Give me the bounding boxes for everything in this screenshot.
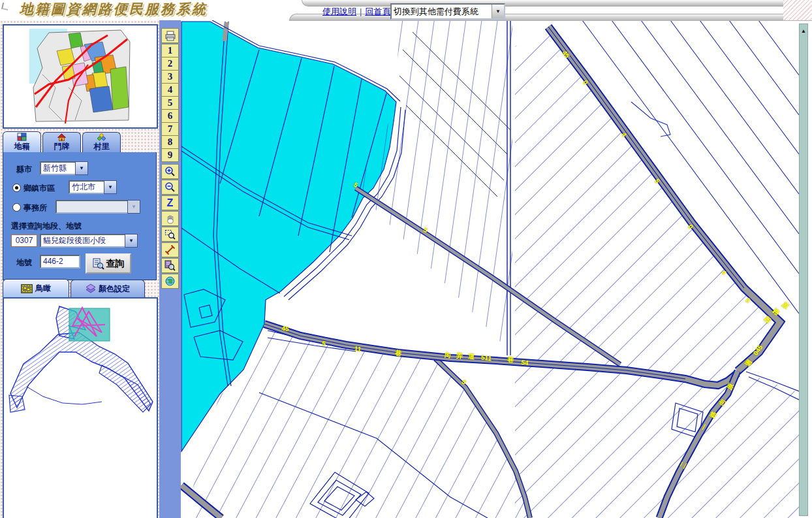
print-button[interactable] <box>161 28 179 43</box>
tab-house-number[interactable]: 門牌 <box>42 132 81 152</box>
globe-icon <box>164 276 176 287</box>
village-icon <box>96 133 107 141</box>
system-switch-value: 切換到其他需付費系統 <box>392 5 492 18</box>
scroll-up-arrow-icon[interactable]: ▲ <box>800 28 807 35</box>
query-button-label: 查詢 <box>106 258 125 270</box>
full-extent-button[interactable] <box>161 274 179 289</box>
page-title: 地籍圖資網路便民服務系統 <box>20 0 208 18</box>
tab-house-number-label: 門牌 <box>54 141 70 152</box>
section-code-box[interactable]: 0307 <box>11 235 37 247</box>
zoom-level-1-button[interactable]: 1 <box>161 44 179 57</box>
zoom-level-4-button[interactable]: 4 <box>161 83 179 97</box>
zoom-in-button[interactable] <box>161 164 179 179</box>
map-viewport[interactable]: 45 5 11 巷 向 弄 道 511 巷 54 5 5 5 45 0 4 5 … <box>181 20 812 518</box>
zoom-level-5-button[interactable]: 5 <box>161 96 179 110</box>
tab-village[interactable]: 村里 <box>82 132 121 152</box>
query-button[interactable]: 查詢 <box>86 253 131 274</box>
section-dropdown-arrow-icon[interactable]: ▼ <box>125 234 138 248</box>
zoom-window-icon <box>164 229 176 240</box>
select-dropdown-arrow-icon[interactable]: ▼ <box>492 5 504 18</box>
overview-wireframe <box>4 299 154 515</box>
zoom-scale-button[interactable]: Z <box>161 195 179 210</box>
zoom-window-button[interactable] <box>161 227 179 242</box>
road-label: 向 <box>444 350 452 360</box>
road-label: 道 <box>467 351 475 361</box>
tab-bird-eye-label: 鳥瞰 <box>35 283 51 294</box>
road-label: 巷 <box>394 348 402 358</box>
app-root: 地籍圖資網路便民服務系統 使用說明|回首頁 切換到其他需付費系統 ▼ <box>0 0 812 518</box>
tab-color-settings-label: 顏色設定 <box>99 283 130 295</box>
county-label: 縣市 <box>16 164 32 175</box>
region-overview-map[interactable] <box>3 24 158 129</box>
measure-button[interactable] <box>161 242 179 257</box>
header: 地籍圖資網路便民服務系統 使用說明|回首頁 切換到其他需付費系統 ▼ <box>0 0 812 20</box>
tab-cadastral[interactable]: 地籍 <box>3 131 41 152</box>
pan-hand-icon <box>165 214 176 224</box>
cadastral-icon <box>16 133 27 141</box>
zoom-level-9-button[interactable]: 9 <box>161 148 179 162</box>
section-hint-label: 選擇查詢地段、地號 <box>11 221 82 232</box>
office-label: 事務所 <box>23 202 47 214</box>
office-dropdown-arrow-icon[interactable]: ▼ <box>127 200 140 214</box>
help-link[interactable]: 使用說明 <box>322 7 356 16</box>
zoom-in-icon <box>164 166 176 177</box>
county-value-box[interactable]: 新竹縣 <box>40 161 78 175</box>
town-radio[interactable] <box>12 184 21 192</box>
header-hatch-decoration <box>783 0 812 20</box>
system-switch-select[interactable]: 切換到其他需付費系統 ▼ <box>390 3 505 20</box>
identify-button[interactable] <box>161 258 179 273</box>
identify-icon <box>164 260 176 271</box>
road-label: 45 <box>281 325 290 332</box>
road-label: 巷 <box>507 355 514 364</box>
print-icon <box>164 31 176 41</box>
office-value-box[interactable] <box>55 200 130 214</box>
measure-icon <box>164 244 176 255</box>
tab-bird-eye[interactable]: 鳥瞰 <box>3 279 69 297</box>
zoom-out-icon <box>164 182 176 193</box>
corner-decoration-icon <box>1 3 9 10</box>
parcel-number-input[interactable]: 446-2 <box>40 255 80 268</box>
pan-button[interactable] <box>161 211 179 226</box>
town-value-box[interactable]: 竹北市 <box>69 180 106 194</box>
tab-color-settings[interactable]: 顏色設定 <box>70 280 145 297</box>
bird-eye-icon <box>21 284 33 293</box>
zoom-level-2-button[interactable]: 2 <box>161 57 179 71</box>
home-link[interactable]: 回首頁 <box>365 7 390 16</box>
tab-village-label: 村里 <box>94 141 110 152</box>
sidebar: 地籍 門牌 村里 縣市 新竹縣 <box>0 20 159 518</box>
zoom-level-7-button[interactable]: 7 <box>161 122 179 136</box>
town-label: 鄉鎮市區 <box>23 183 55 194</box>
map-toolbar: 1 2 3 4 5 6 7 8 9 Z <box>159 20 181 518</box>
color-settings-icon <box>86 283 96 294</box>
parcel-label: 地號 <box>16 257 32 268</box>
view-tabs: 鳥瞰 顏色設定 <box>3 280 157 297</box>
tab-cadastral-label: 地籍 <box>14 141 30 152</box>
town-dropdown-arrow-icon[interactable]: ▼ <box>104 180 117 194</box>
zoom-level-8-button[interactable]: 8 <box>161 135 179 149</box>
header-nav: 使用說明|回首頁 <box>322 6 390 18</box>
road-label: 54 <box>521 359 529 366</box>
road-label: 11 <box>354 345 362 353</box>
road-label: 5 <box>321 340 326 348</box>
office-radio[interactable] <box>12 203 21 212</box>
map-vertical-scrollbar[interactable]: ▲ <box>799 24 808 516</box>
county-map-image <box>29 29 131 124</box>
search-tabs: 地籍 門牌 村里 <box>3 132 157 152</box>
zoom-out-button[interactable] <box>161 180 179 195</box>
road-label: 511 <box>480 353 492 362</box>
house-icon <box>56 133 67 141</box>
zoom-level-3-button[interactable]: 3 <box>161 70 179 84</box>
search-panel: 縣市 新竹縣 ▼ 鄉鎮市區 竹北市 ▼ 事務所 ▼ 選擇查詢地段、地號 0307… <box>3 152 157 280</box>
road-label: 弄 <box>456 351 463 361</box>
bird-eye-overview[interactable] <box>3 297 158 518</box>
cadastral-map <box>181 20 799 518</box>
query-button-icon <box>93 258 104 270</box>
section-name-box[interactable]: 貓兒錠段後面小段 <box>40 234 127 248</box>
link-separator: | <box>360 7 362 16</box>
county-dropdown-arrow-icon[interactable]: ▼ <box>75 161 88 175</box>
zoom-level-6-button[interactable]: 6 <box>161 109 179 123</box>
